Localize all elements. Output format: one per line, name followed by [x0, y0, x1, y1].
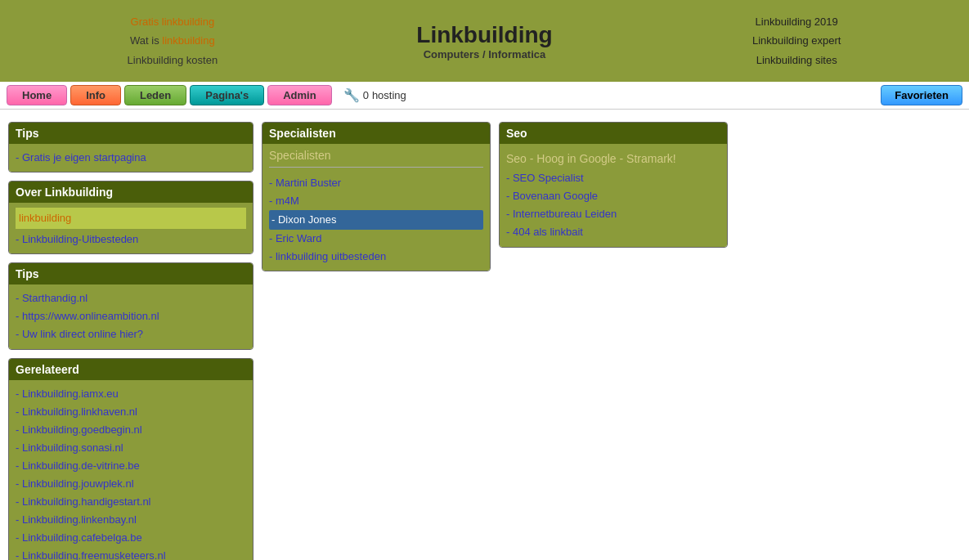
col-right: Seo Seo - Hoog in Google - Stramark! SEO…	[499, 122, 728, 248]
tips1-header: Tips	[9, 123, 253, 144]
header-right: Linkbuilding 2019 Linkbuilding expert Li…	[640, 12, 953, 69]
onlineambition-link[interactable]: https://www.onlineambition.nl	[16, 307, 246, 325]
seo-title-text: Seo - Hoog in Google - Stramark!	[506, 152, 676, 165]
tips2-box: Tips Starthandig.nl https://www.onlineam…	[8, 262, 253, 349]
nav-tab-home[interactable]: Home	[7, 85, 67, 105]
internetbureau-leiden-link[interactable]: Internetbureau Leiden	[506, 205, 720, 223]
seo-header: Seo	[500, 123, 727, 144]
hosting-icon: 🔧	[343, 87, 360, 103]
list-item[interactable]: Linkbuilding.sonasi.nl	[16, 439, 246, 457]
header-center: Linkbuilding Computers / Informatica	[329, 22, 641, 60]
list-item[interactable]: Linkbuilding.linkenbay.nl	[16, 511, 246, 529]
tips1-body: Gratis je eigen startpagina	[9, 144, 253, 172]
over-header: Over Linkbuilding	[9, 181, 253, 203]
wat-is-text: Wat is	[130, 34, 162, 47]
specialisten-body: Specialisten Martini Buster m4M Dixon Jo…	[262, 144, 490, 271]
over-box: Over Linkbuilding linkbuilding Linkbuild…	[8, 181, 253, 254]
list-item[interactable]: Linkbuilding.handigestart.nl	[16, 493, 246, 511]
tips2-header: Tips	[9, 263, 253, 284]
404-linkbait-link[interactable]: 404 als linkbait	[506, 223, 720, 241]
gerelateerd-body: Linkbuilding.iamx.eu Linkbuilding.linkha…	[9, 380, 253, 560]
specialist-dixon[interactable]: Dixon Jones	[269, 210, 483, 230]
hosting-count: 0	[363, 89, 369, 101]
tips2-body: Starthandig.nl https://www.onlineambitio…	[9, 284, 253, 348]
specialist-uitbesteden[interactable]: linkbuilding uitbesteden	[269, 248, 483, 266]
specialisten-title: Specialisten	[269, 149, 483, 162]
gratis-startpagina-link[interactable]: Gratis je eigen startpagina	[16, 149, 246, 167]
nav-hosting: 🔧 0 hosting	[343, 87, 406, 103]
specialist-eric[interactable]: Eric Ward	[269, 230, 483, 248]
header-left: Gratis linkbuilding Wat is linkbuilding …	[16, 12, 329, 69]
seo-specialist-link[interactable]: SEO Specialist	[506, 169, 720, 187]
list-item[interactable]: Linkbuilding.cafebelga.be	[16, 529, 246, 547]
specialisten-box: Specialisten Specialisten Martini Buster…	[262, 122, 491, 271]
specialisten-divider	[269, 167, 483, 168]
over-body: linkbuilding Linkbuilding-Uitbesteden	[9, 203, 253, 253]
uw-link-link[interactable]: Uw link direct online hier?	[16, 325, 246, 343]
linkbuilding-sites-link[interactable]: Linkbuilding sites	[756, 54, 837, 66]
nav-tab-leden[interactable]: Leden	[124, 85, 186, 105]
bovenaan-google-link[interactable]: Bovenaan Google	[506, 187, 720, 205]
specialisten-header: Specialisten	[262, 123, 490, 144]
list-item[interactable]: Linkbuilding.goedbegin.nl	[16, 421, 246, 439]
tips1-box: Tips Gratis je eigen startpagina	[8, 122, 253, 172]
seo-body: Seo - Hoog in Google - Stramark! SEO Spe…	[500, 144, 727, 247]
main-content: Tips Gratis je eigen startpagina Over Li…	[0, 110, 969, 560]
linkbuilding-kosten-link[interactable]: Linkbuilding kosten	[128, 54, 218, 66]
site-subtitle: Computers / Informatica	[329, 48, 641, 60]
favoriten-button[interactable]: Favorieten	[881, 85, 962, 105]
list-item[interactable]: Linkbuilding.de-vitrine.be	[16, 457, 246, 475]
header: Gratis linkbuilding Wat is linkbuilding …	[0, 0, 969, 82]
list-item[interactable]: Linkbuilding.jouwplek.nl	[16, 475, 246, 493]
specialist-martini[interactable]: Martini Buster	[269, 174, 483, 192]
gratis-linkbuilding-link[interactable]: Gratis linkbuilding	[131, 16, 215, 28]
col-left: Tips Gratis je eigen startpagina Over Li…	[8, 122, 253, 560]
linkbuilding-uitbesteden-link[interactable]: Linkbuilding-Uitbesteden	[16, 231, 246, 249]
specialist-m4m[interactable]: m4M	[269, 192, 483, 210]
site-title: Linkbuilding	[329, 22, 641, 48]
starthandig-link[interactable]: Starthandig.nl	[16, 289, 246, 307]
gerelateerd-header: Gerelateerd	[9, 359, 253, 380]
list-item[interactable]: Linkbuilding.iamx.eu	[16, 385, 246, 403]
linkbuilding-orange-link[interactable]: linkbuilding	[16, 208, 246, 229]
nav-tab-paginas[interactable]: Pagina's	[190, 85, 264, 105]
linkbuilding-expert-link[interactable]: Linkbuilding expert	[752, 34, 841, 47]
list-item[interactable]: Linkbuilding.linkhaven.nl	[16, 403, 246, 421]
nav-bar: Home Info Leden Pagina's Admin 🔧 0 hosti…	[0, 82, 969, 110]
seo-box: Seo Seo - Hoog in Google - Stramark! SEO…	[499, 122, 728, 248]
list-item[interactable]: Linkbuilding.freemusketeers.nl	[16, 547, 246, 560]
hosting-label: hosting	[372, 89, 406, 101]
linkbuilding-link[interactable]: linkbuilding	[162, 34, 214, 47]
nav-tab-info[interactable]: Info	[70, 85, 121, 105]
gerelateerd-box: Gerelateerd Linkbuilding.iamx.eu Linkbui…	[8, 358, 253, 560]
col-mid: Specialisten Specialisten Martini Buster…	[262, 122, 491, 271]
nav-tab-admin[interactable]: Admin	[267, 85, 331, 105]
linkbuilding-2019-link[interactable]: Linkbuilding 2019	[756, 16, 838, 28]
